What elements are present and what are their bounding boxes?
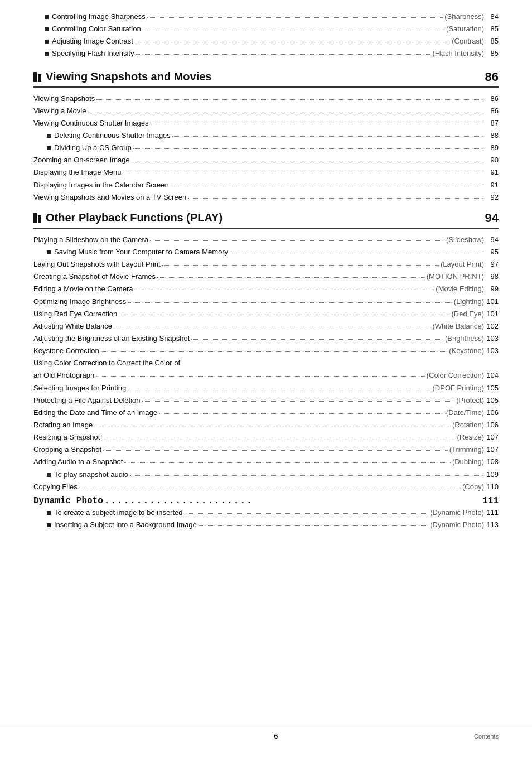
bullet-icon [47,250,51,254]
toc-entry: Copying Files(Copy)110 [33,481,499,493]
toc-entry: Laying Out Snapshots with Layout Print(L… [33,259,499,270]
page-content: Controlling Image Sharpness(Sharpness)84… [33,11,499,531]
footer: 6 Contents [0,726,532,746]
toc-entry: Creating a Snapshot of Movie Frames(MOTI… [33,271,499,282]
bullet-icon [47,146,51,150]
toc-entry: Deleting Continuous Shutter Images88 [33,130,499,141]
toc-entry: Viewing Snapshots86 [33,93,499,104]
dynamic-photo-heading: Dynamic Photo .......................111 [33,496,499,506]
bullet-icon [45,40,49,44]
section-title-text: Other Playback Functions (PLAY) [46,211,223,224]
section: Other Playback Functions (PLAY)94Playing… [33,211,499,493]
toc-entry: Viewing Snapshots and Movies on a TV Scr… [33,192,499,203]
toc-entry: Zooming an On-screen Image90 [33,155,499,166]
footer-contents-label: Contents [474,733,499,740]
toc-entry: Selecting Images for Printing(DPOF Print… [33,383,499,394]
toc-entry: Using Red Eye Correction(Red Eye)101 [33,308,499,320]
section: Viewing Snapshots and Movies86Viewing Sn… [33,70,499,203]
dynamic-photo-dots: ....................... [104,496,481,506]
toc-entry: Viewing Continuous Shutter Images87 [33,118,499,129]
section-header: Other Playback Functions (PLAY)94 [33,211,499,229]
toc-entry: Optimizing Image Brightness(Lighting)101 [33,296,499,307]
toc-entry: Editing the Date and Time of an Image(Da… [33,407,499,418]
section-icon [33,72,41,82]
toc-entry: Controlling Color Saturation(Saturation)… [45,23,499,35]
toc-entry: Cropping a Snapshot(Trimming)107 [33,444,499,455]
bullet-icon [47,523,51,527]
footer-page-number: 6 [78,732,474,740]
bullet-icon [47,511,51,515]
toc-entry: an Old Photograph(Color Correction)104 [33,370,499,381]
toc-entry: To play snapshot audio109 [33,469,499,480]
toc-entry: Displaying the Image Menu91 [33,167,499,178]
toc-entry: Editing a Movie on the Camera(Movie Edit… [33,283,499,295]
toc-entry: Displaying Images in the Calendar Screen… [33,180,499,191]
toc-entry: Controlling Image Sharpness(Sharpness)84 [45,11,499,22]
dynamic-photo-page: 111 [482,496,499,506]
toc-entry: Dividing Up a CS Group89 [33,142,499,153]
bullet-icon [47,473,51,477]
toc-entry: Keystone Correction(Keystone)103 [33,345,499,356]
bullet-icon [47,134,51,138]
dynamic-photo-label: Dynamic Photo [33,496,103,506]
toc-entry: Using Color Correction to Correct the Co… [33,358,499,369]
dynamic-photo-section: Dynamic Photo .......................111… [33,496,499,531]
toc-entry: Saving Music from Your Computer to Camer… [33,247,499,258]
toc-entry: Adjusting the Brightness of an Existing … [33,333,499,344]
toc-entry: Inserting a Subject into a Background Im… [33,519,499,531]
bullet-icon [45,15,49,19]
toc-entry: Protecting a File Against Deletion(Prote… [33,395,499,406]
toc-entry: Playing a Slideshow on the Camera(Slides… [33,234,499,245]
sections-container: Viewing Snapshots and Movies86Viewing Sn… [33,70,499,493]
section-icon [33,213,41,223]
section-page-number: 86 [485,70,499,84]
section-title-text: Viewing Snapshots and Movies [46,70,211,83]
toc-entry: Adjusting Image Contrast(Contrast)85 [45,36,499,47]
toc-entry: Rotating an Image(Rotation)106 [33,420,499,431]
bullet-icon [45,27,49,31]
toc-entry: Viewing a Movie86 [33,105,499,117]
section-page-number: 94 [485,211,499,225]
section-header: Viewing Snapshots and Movies86 [33,70,499,88]
top-entries: Controlling Image Sharpness(Sharpness)84… [33,11,499,60]
toc-entry: Adding Audio to a Snapshot(Dubbing)108 [33,456,499,467]
bullet-icon [45,52,49,56]
toc-entry: Resizing a Snapshot(Resize)107 [33,432,499,443]
toc-entry: Adjusting White Balance(White Balance)10… [33,321,499,332]
toc-entry: Specifying Flash Intensity(Flash Intensi… [45,48,499,59]
toc-entry: To create a subject image to be inserted… [33,507,499,518]
